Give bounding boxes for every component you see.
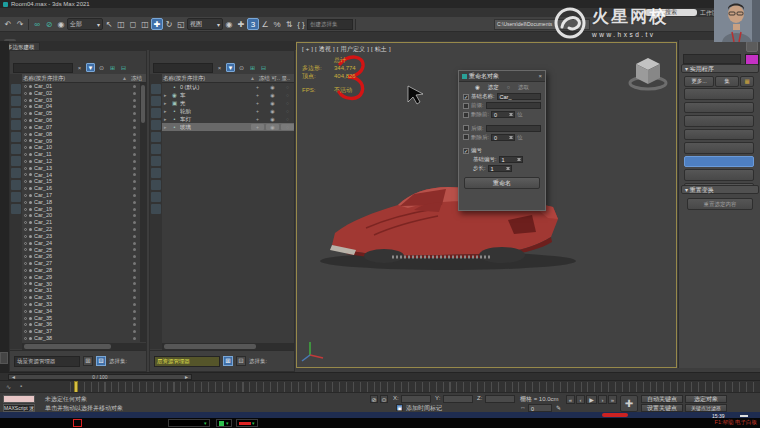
frozen-dot-icon[interactable] [133,99,136,102]
frozen-dot-icon[interactable] [133,194,136,197]
scene-object-row[interactable]: Car_34 [22,308,142,315]
explorer-manager-dropdown[interactable]: 场景资源管理器 [14,356,80,367]
frozen-dot-icon[interactable] [133,119,136,122]
select-by-name-icon[interactable]: ◫ [115,18,127,30]
frozen-cell[interactable]: + [251,108,264,114]
utility-button[interactable] [684,115,754,127]
scene-object-row[interactable]: Car_35 [22,315,142,322]
layer-row[interactable]: ▸ • 车灯 + ◉ ◌ [162,115,294,123]
frozen-dot-icon[interactable] [133,105,136,108]
annotation-tool-icon[interactable] [53,419,62,428]
scene-object-row[interactable]: Car_11 [22,151,142,158]
filter-type-icon[interactable] [151,192,161,202]
filter-type-icon[interactable] [151,108,161,118]
frozen-dot-icon[interactable] [133,133,136,136]
radio-on-icon[interactable]: ◉ [475,84,480,90]
step-spinner[interactable]: 1 [488,165,512,172]
add-container-icon[interactable]: ⊞ [248,63,257,72]
z-coordinate-field[interactable] [485,395,515,403]
add-layer-icon[interactable]: ⊟ [259,63,268,72]
explorer-search-input[interactable] [153,63,213,73]
horizontal-scrollbar[interactable] [22,343,146,350]
frozen-dot-icon[interactable] [133,139,136,142]
scene-object-row[interactable]: Car_13 [22,165,142,172]
percent-snap-icon[interactable]: % [271,18,283,30]
filter-type-icon[interactable] [11,192,21,202]
frozen-dot-icon[interactable] [133,126,136,129]
rect-selection-icon[interactable]: ◻ [127,18,139,30]
horizontal-scrollbar[interactable] [162,343,294,350]
scene-object-row[interactable]: Car_31 [22,287,142,294]
annotation-font-dropdown[interactable]: ▾ [168,419,210,427]
utility-button[interactable] [684,156,754,168]
scene-object-row[interactable]: Car_14 [22,172,142,179]
lock-icon[interactable]: ⊙ [97,63,106,72]
layer-row[interactable]: ▸ ▣ 壳 + ◉ ◌ [162,99,294,107]
expand-arrow-icon[interactable]: ▸ [164,100,169,106]
named-selection-set-input[interactable]: 创建选择集 [307,19,353,30]
radio-selected-label[interactable]: 选定 [488,84,499,91]
scene-object-row[interactable]: Car_12 [22,158,142,165]
toolbar-icon[interactable] [370,18,382,30]
utility-button[interactable] [684,142,754,154]
more-utilities-button[interactable]: 更多... [684,76,714,87]
toolbar-icon[interactable] [418,18,430,30]
select-object-icon[interactable]: ↖ [103,18,115,30]
scene-object-row[interactable]: Car_23 [22,233,142,240]
command-panel-tab-icon[interactable] [733,41,745,52]
base-name-input[interactable]: Car_ [497,93,541,100]
minimize-handle[interactable] [740,415,748,417]
frozen-dot-icon[interactable] [133,282,136,285]
scene-object-row[interactable]: Car_06 [22,117,142,124]
selection-lock-icon[interactable]: ⊙ [380,395,388,403]
annotation-tool-icon[interactable] [133,419,142,428]
frozen-dot-icon[interactable] [133,255,136,258]
viewport-nav-icon[interactable] [752,395,760,404]
layer-row[interactable]: ▸ • 轮胎 + ◉ ◌ [162,107,294,115]
layer-explorer-header[interactable]: 名称(按升序排序) ▲ 冻结 可.. 显.. [150,74,294,83]
frozen-dot-icon[interactable] [133,323,136,326]
annotation-tool-icon[interactable] [63,419,72,428]
annotation-tool-icon[interactable] [13,419,22,428]
key-filter-dropdown[interactable]: 选定对象 [685,395,727,403]
delete-icon[interactable]: ⊞ [83,356,93,366]
annotation-tool-icon[interactable] [73,419,82,428]
annotation-tool-icon[interactable] [143,419,152,428]
command-panel-tab-icon[interactable] [707,41,719,52]
expand-arrow-icon[interactable]: ▸ [164,116,169,122]
clear-search-icon[interactable]: × [215,63,224,72]
frozen-cell[interactable]: + [251,92,264,98]
viewport-nav-icon[interactable] [729,404,737,413]
selection-filter-dropdown[interactable]: 全部 ▾ [67,18,103,30]
scene-object-row[interactable]: Car_20 [22,212,142,219]
use-center-icon[interactable]: ◉ [223,18,235,30]
scene-object-row[interactable]: Car_07 [22,124,142,131]
frozen-dot-icon[interactable] [133,214,136,217]
toolbar-icon[interactable] [406,18,418,30]
frozen-dot-icon[interactable] [133,248,136,251]
frozen-dot-icon[interactable] [133,187,136,190]
select-manipulate-icon[interactable]: ✚ [235,18,247,30]
scene-object-row[interactable]: Car_37 [22,328,142,335]
suffix-input[interactable] [486,125,541,132]
viewport-nav-icon[interactable] [737,404,745,413]
radio-off-icon[interactable]: ○ [507,84,510,90]
visibility-cell[interactable]: ◉ [266,108,279,114]
scene-object-row[interactable]: Car_09 [22,138,142,145]
filter-type-icon[interactable] [151,96,161,106]
frozen-dot-icon[interactable] [133,173,136,176]
filter-funnel-icon[interactable]: ▼ [86,63,95,72]
display-cell[interactable]: ◌ [281,92,294,98]
command-panel-tab-icon[interactable] [681,41,693,52]
filter-type-icon[interactable] [11,84,21,94]
scene-object-row[interactable]: Car_18 [22,199,142,206]
y-coordinate-field[interactable] [443,395,473,403]
spinner-snap-icon[interactable]: ⇅ [283,18,295,30]
annotation-tool-icon[interactable] [3,419,12,428]
scene-object-row[interactable]: Car_19 [22,206,142,213]
viewport-label[interactable]: [ + ] [ 透视 ] [ 用户定义 ] [ 粘土 ] [302,45,391,54]
annotation-color-dropdown[interactable]: ▾ [216,419,232,427]
go-to-end-icon[interactable]: » [608,395,617,404]
lock-icon[interactable]: ⊙ [237,63,246,72]
expand-arrow-icon[interactable]: ▸ [164,92,169,98]
